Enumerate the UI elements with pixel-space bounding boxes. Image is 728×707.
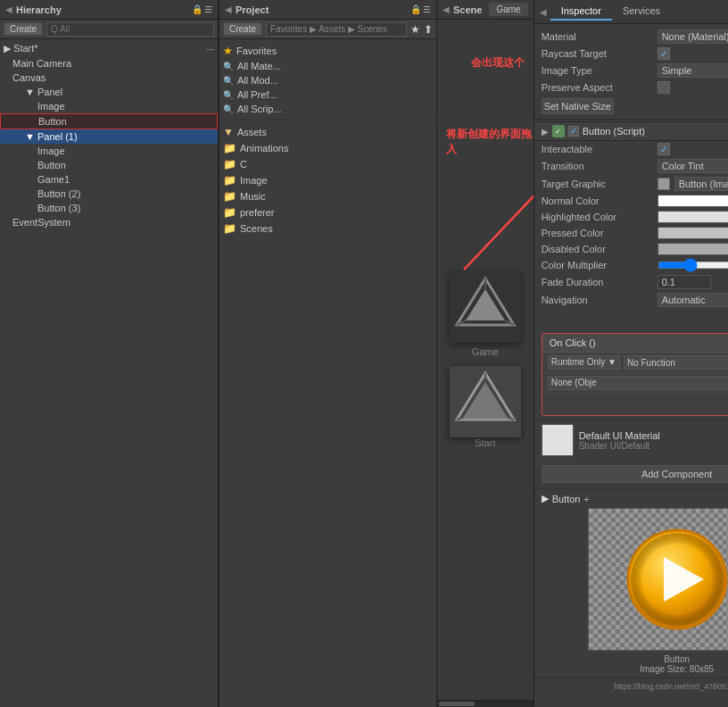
normal-color-label: Normal Color <box>542 195 658 206</box>
fade-duration-field[interactable]: 0.1 <box>658 275 711 289</box>
preview-triangle[interactable]: ▶ <box>542 493 549 504</box>
fav-label: All Pref... <box>237 89 277 100</box>
asset-folder-image[interactable]: 📁 Image <box>223 172 433 188</box>
scene-title: Scene <box>453 4 482 15</box>
project-icon-1[interactable]: ★ <box>410 23 420 36</box>
script-enabled-checkbox[interactable]: ✓ <box>568 126 579 137</box>
add-component-button[interactable]: Add Component <box>542 465 728 483</box>
folder-icon: ▼ <box>223 126 234 138</box>
project-header: ◀ Project 🔒 ☰ <box>219 0 436 20</box>
transition-dropdown[interactable]: Color Tint ▼ <box>658 159 728 173</box>
fav-item[interactable]: ★ Favorites <box>223 43 433 59</box>
tree-item-canvas[interactable]: Canvas <box>0 71 218 85</box>
material-dropdown[interactable]: None (Material) ▼ <box>658 29 728 44</box>
search-input[interactable] <box>46 22 214 37</box>
scene-panel: ◀ Scene Game Game <box>437 0 534 707</box>
set-native-size-button[interactable]: Set Native Size <box>542 98 614 114</box>
transition-label: Transition <box>542 161 658 171</box>
tree-item-main-camera[interactable]: Main Camera <box>0 56 218 71</box>
project-title: Project <box>236 4 269 15</box>
fav-all-materials[interactable]: 🔍 All Mate... <box>223 59 433 73</box>
watermark: https://blog.csdn.net/m0_47605113 <box>534 678 728 693</box>
tree-item-panel[interactable]: ▼ Panel <box>0 85 218 99</box>
preview-suffix: ÷ <box>583 494 589 504</box>
tree-label: Image <box>37 146 65 156</box>
collapse-arrow[interactable]: ▶ <box>542 127 549 137</box>
tab-inspector[interactable]: Inspector <box>550 3 612 21</box>
unity-logo-top <box>450 271 521 343</box>
runtime-dropdown[interactable]: Runtime Only ▼ <box>548 355 620 370</box>
scene-view[interactable]: Game Start 将新创建的界面拖入 会出现这个 <box>437 20 534 700</box>
tree-item-image1[interactable]: Image <box>0 144 218 158</box>
tree-item-button1[interactable]: Button <box>0 158 218 172</box>
image-type-label: Image Type <box>542 65 658 76</box>
disabled-color-label: Disabled Color <box>542 244 658 254</box>
tab-services[interactable]: Services <box>612 3 671 21</box>
asset-folder-pref[interactable]: 📁 preferer <box>223 204 433 220</box>
navigation-label: Navigation <box>542 295 658 305</box>
folder-label: Music <box>240 191 266 202</box>
unity-logo-container: Game <box>450 271 521 357</box>
tree-item-eventsystem[interactable]: EventSystem <box>0 215 218 229</box>
folder-label: C <box>240 159 247 170</box>
tree-item-button2[interactable]: Button (2) <box>0 187 218 201</box>
search-icon: 🔍 <box>223 90 234 100</box>
preview-info-line2: Image Size: 80x85 <box>542 664 728 674</box>
game-tab[interactable]: Game <box>489 3 527 16</box>
asset-folder-music[interactable]: 📁 Music <box>223 188 433 204</box>
project-icon-2[interactable]: ⬆ <box>424 23 433 36</box>
tree-item-panel1[interactable]: ▼ Panel (1) <box>0 129 218 144</box>
highlighted-color-swatch[interactable] <box>658 211 728 223</box>
preserve-checkbox[interactable] <box>658 81 670 94</box>
interactable-checkbox[interactable]: ✓ <box>658 143 670 155</box>
material-preview <box>542 424 574 456</box>
raycast-checkbox[interactable]: ✓ <box>658 47 670 60</box>
preserve-value <box>658 81 728 94</box>
folder-label: preferer <box>240 207 275 218</box>
menu-icon[interactable]: ☰ <box>204 4 212 14</box>
folder-icon: 📁 <box>223 206 236 219</box>
tree-label: Image <box>37 101 65 112</box>
none-object-field[interactable]: None (Obje <box>548 376 728 390</box>
tree-item-image[interactable]: Image <box>0 99 218 113</box>
project-create-button[interactable]: Create <box>223 22 262 36</box>
project-breadcrumb: Favorites ▶ Assets ▶ Scenes <box>266 22 407 37</box>
pressed-color-swatch[interactable] <box>658 227 728 239</box>
onclick-header: On Click () <box>542 334 728 353</box>
tree-item-button3[interactable]: Button (3) <box>0 201 218 215</box>
tree-item-button[interactable]: Button <box>0 113 218 129</box>
fav-all-prefabs[interactable]: 🔍 All Pref... <box>223 87 433 102</box>
disabled-color-value: ✎ <box>658 243 728 255</box>
start-logo-container: Start <box>450 366 521 448</box>
scrollbar-thumb <box>439 702 475 706</box>
disabled-color-swatch[interactable] <box>658 243 728 255</box>
function-dropdown[interactable]: No Function ▼ <box>624 355 728 370</box>
hierarchy-tree: ▶ Start* — Main Camera Canvas ▼ Panel Im… <box>0 39 218 707</box>
tree-label: ▶ Start* <box>4 43 38 54</box>
target-graphic-row: Target Graphic Button (Image) ⊙ <box>534 175 728 193</box>
fav-all-scripts[interactable]: 🔍 All Scrip... <box>223 102 433 116</box>
navigation-dropdown[interactable]: Automatic ▼ <box>658 293 728 307</box>
folder-icon: 📁 <box>223 158 236 171</box>
asset-folder-root[interactable]: ▼ Assets <box>223 124 433 140</box>
create-button[interactable]: Create <box>4 22 43 36</box>
tree-item-game1[interactable]: Game1 <box>0 172 218 187</box>
preview-canvas <box>588 508 728 651</box>
scene-scrollbar[interactable] <box>437 700 534 707</box>
hierarchy-header: ◀ Hierarchy 🔒 ☰ <box>0 0 218 20</box>
color-multiplier-slider[interactable] <box>658 260 728 270</box>
asset-folder-scenes[interactable]: 📁 Scenes <box>223 220 433 237</box>
material-name: Default UI Material <box>579 430 728 441</box>
project-menu-icon[interactable]: ☰ <box>423 4 431 14</box>
asset-folder-c[interactable]: 📁 C <box>223 156 433 172</box>
fav-all-models[interactable]: 🔍 All Mod... <box>223 73 433 87</box>
raycast-label: Raycast Target <box>542 48 658 59</box>
normal-color-swatch[interactable] <box>658 195 728 207</box>
folder-label: Animations <box>240 143 288 154</box>
tree-label: EventSystem <box>12 217 70 228</box>
navigation-row: Navigation Automatic ▼ <box>534 291 728 309</box>
target-graphic-field[interactable]: Button (Image) <box>674 177 728 191</box>
image-type-dropdown[interactable]: Simple ▼ <box>658 63 728 78</box>
asset-folder-animations[interactable]: 📁 Animations <box>223 140 433 156</box>
tree-item-start[interactable]: ▶ Start* — <box>0 41 218 56</box>
